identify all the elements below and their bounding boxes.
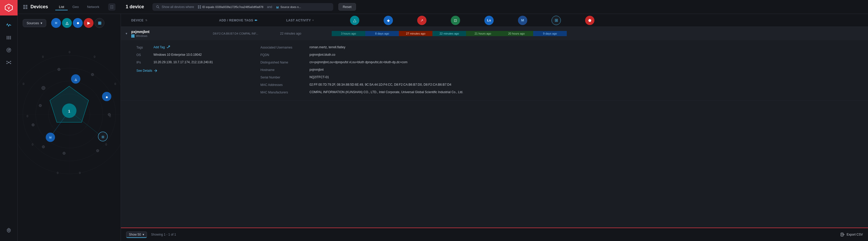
fqdn-value: pxjmmjbnt.bluth.co <box>309 53 852 57</box>
source-teal-icon[interactable]: △ <box>62 18 72 28</box>
svg-text:0: 0 <box>94 55 95 58</box>
mac-manufacturers-row: MAC Manufacturers COMPAL INFORMATION (KU… <box>260 90 852 94</box>
os-row: OS Windows 10 Enterprise 10.0.19042 <box>136 53 245 57</box>
svg-point-66 <box>39 104 41 107</box>
svg-point-25 <box>156 5 158 7</box>
svg-text:0: 0 <box>105 143 107 146</box>
col-device-label: Device <box>131 19 144 22</box>
source-col-red: ↗ <box>405 16 439 25</box>
device-row-container: ▼ pxjmmjbnt Windows D8:F2:CA:B6:B7:D4 CO… <box>121 27 868 101</box>
svg-point-71 <box>63 152 65 154</box>
see-details-link[interactable]: See Details <box>136 69 245 72</box>
svg-rect-80 <box>841 233 843 236</box>
svg-rect-4 <box>8 36 9 39</box>
add-tag-button[interactable]: Add Tag <box>153 45 170 49</box>
source-neb-header-icon: M <box>518 16 527 25</box>
source-col-windows: ⊞ <box>539 16 573 25</box>
source-col-green: ⊡ <box>439 16 472 25</box>
source-red-icon[interactable]: ▶ <box>84 18 94 28</box>
source-teal-header-icon: △ <box>350 16 359 25</box>
ips-label: IPs <box>136 60 149 64</box>
hostname-value: pxjmmjbnt <box>309 68 852 71</box>
ips-value: 10.20.29.139, 10.7.17.174, 212.118.240.8… <box>153 60 213 64</box>
svg-text:0: 0 <box>57 171 58 174</box>
tab-network[interactable]: Network <box>84 3 103 10</box>
nodes-icon[interactable] <box>3 57 14 68</box>
svg-rect-3 <box>8 36 8 39</box>
row-expand-icon[interactable]: ▼ <box>125 32 131 35</box>
source-neb-icon[interactable]: M <box>51 18 61 28</box>
svg-text:0: 0 <box>115 82 116 85</box>
distinguished-name-label: Distinguished Name <box>260 60 304 64</box>
svg-rect-75 <box>133 34 134 36</box>
svg-line-55 <box>69 111 103 137</box>
source-col-blue: ◆ <box>371 16 405 25</box>
svg-point-72 <box>42 145 45 148</box>
device-name-col: pxjmmjbnt Windows <box>131 30 213 38</box>
filter-source-badge: M Source does n... <box>274 5 303 9</box>
serial-number-row: Serial Number NQ2ITFCT-01 <box>260 75 852 79</box>
activity-icon[interactable] <box>3 20 14 31</box>
tab-list[interactable]: List <box>55 3 68 10</box>
device-count: 1 device <box>126 4 144 9</box>
activity-cell-6: 9 days ago <box>533 31 567 36</box>
assoc-usernames-label: Associated Usernames <box>260 45 304 49</box>
tag-pencil-icon: ✏ <box>255 19 257 22</box>
settings-icon[interactable] <box>3 225 14 236</box>
os-value: Windows 10 Enterprise 10.0.19042 <box>153 53 202 57</box>
sort-icon-device[interactable]: ⇅ <box>145 19 148 22</box>
left-panel: Sources ▾ M △ ◆ ▶ ⊞ 0 0 0 0 0 <box>18 14 121 241</box>
source-darkred-header-icon: ⬟ <box>585 16 594 25</box>
expand-button[interactable] <box>108 3 116 10</box>
show-chevron-icon: ▾ <box>143 233 144 236</box>
serial-number-value: NQ2ITFCT-01 <box>309 75 852 79</box>
svg-text:△: △ <box>74 78 77 81</box>
col-tags-label: Add / Remove Tags <box>219 19 253 22</box>
svg-point-68 <box>91 73 94 76</box>
detail-left: Tags Add Tag OS Windows 10 Enterprise 10… <box>136 45 245 94</box>
barcode-icon[interactable] <box>3 32 14 43</box>
svg-rect-27 <box>198 5 199 6</box>
activity-cell-2: 27 minutes ago <box>399 31 432 36</box>
activity-cell-0: 3 hours ago <box>332 31 365 36</box>
svg-point-10 <box>8 50 9 50</box>
assoc-usernames-value: roman.mertz, terrell.flatley <box>309 45 852 49</box>
filter-id-label: ID equals <box>202 5 214 8</box>
hostname-label: Hostname <box>260 68 304 72</box>
svg-text:◆: ◆ <box>105 96 108 99</box>
page-title: Devices <box>30 4 48 9</box>
svg-rect-23 <box>23 7 25 9</box>
serial-number-label: Serial Number <box>260 75 304 79</box>
source-red-header-icon: ↗ <box>417 16 427 25</box>
sort-icon-activity[interactable]: ▾ <box>312 19 314 22</box>
sources-label: Sources <box>27 21 39 25</box>
source-blue-icon[interactable]: ◆ <box>73 18 83 28</box>
mac-manufacturers-value: COMPAL INFORMATION (KUNSHAN) CO., LTD., … <box>309 90 852 94</box>
source-ls-header-icon: Ls <box>485 16 494 25</box>
mac-addresses-label: MAC Addresses <box>260 83 304 87</box>
table-row[interactable]: ▼ pxjmmjbnt Windows D8:F2:CA:B6:B7:D4 CO… <box>121 27 868 40</box>
svg-text:0: 0 <box>79 171 81 174</box>
filter-id-badge: ID equals 0339a933fa172f5c7ea2485a0df0a8… <box>196 5 265 9</box>
tab-geo[interactable]: Geo <box>69 3 83 10</box>
filter-prefix: Show all devices where <box>162 5 194 9</box>
source-windows-icon[interactable]: ⊞ <box>95 18 104 28</box>
distinguished-name-row: Distinguished Name cn=pxjmmjbnt,ou=dpnqv… <box>260 60 852 64</box>
reset-button[interactable]: Reset <box>338 3 356 10</box>
distinguished-name-value: cn=pxjmmjbnt,ou=dpnqvufst vl,ou=bluth dp… <box>309 60 852 64</box>
filter-bar[interactable]: Show all devices where ID equals 0339a93… <box>152 3 333 11</box>
topnav: Devices List Geo Network 1 device Show a… <box>18 0 868 14</box>
source-col-headers: △ ◆ ↗ ⊡ Ls M <box>338 16 864 25</box>
show-select[interactable]: Show 50 ▾ <box>126 232 147 238</box>
svg-line-26 <box>158 7 159 8</box>
filter-source-value: Source does n... <box>281 5 301 8</box>
export-csv-label: Export CSV <box>846 233 863 236</box>
source-col-neb: M <box>506 16 539 25</box>
sources-button[interactable]: Sources ▾ <box>23 19 46 27</box>
network-graph: 0 0 0 0 0 0 0 0 0 0 0 1 △ <box>18 32 121 187</box>
export-csv-button[interactable]: Export CSV <box>840 233 863 237</box>
filter-id-value: 0339a933fa172f5c7ea2485a0df0a878 <box>215 5 264 8</box>
app-logo[interactable]: V <box>0 0 18 15</box>
col-header-activity: Last Activity ▾ <box>286 19 338 22</box>
radar-icon[interactable] <box>3 44 14 56</box>
